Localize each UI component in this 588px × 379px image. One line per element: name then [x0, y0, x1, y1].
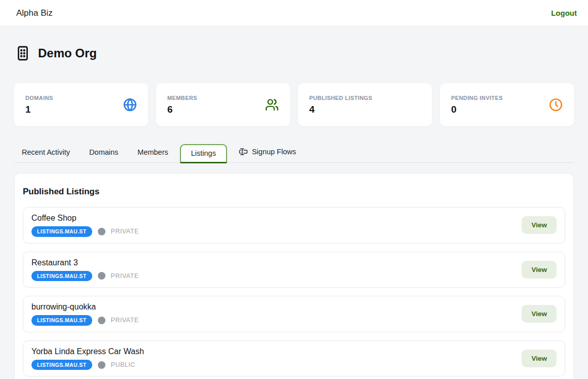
tab-recent-activity[interactable]: Recent Activity [14, 143, 78, 162]
listing-row: Restaurant 3 LISTINGS.MAU.ST PRIVATE Vie… [23, 252, 565, 288]
status-dot-icon [98, 361, 105, 369]
org-heading: Demo Org [14, 45, 574, 62]
users-icon [265, 98, 279, 112]
stat-label: DOMAINS [25, 95, 53, 101]
building-icon [14, 45, 31, 62]
listing-row: Yorba Linda Express Car Wash LISTINGS.MA… [23, 340, 565, 377]
tab-listings[interactable]: Listings [180, 144, 227, 163]
text-cursor-input-icon [239, 147, 248, 156]
stat-card-pending-invites: PENDING INVITES 0 [440, 83, 574, 126]
listing-title: Restaurant 3 [31, 258, 139, 267]
listing-title: Yorba Linda Express Car Wash [31, 347, 144, 356]
stat-value: 4 [309, 104, 373, 115]
status-badge: PRIVATE [111, 317, 139, 324]
view-button[interactable]: View [522, 305, 557, 323]
view-button[interactable]: View [522, 350, 557, 367]
view-button[interactable]: View [522, 216, 557, 234]
listing-row: burrowing-quokka LISTINGS.MAU.ST PRIVATE… [23, 296, 565, 332]
status-dot-icon [98, 317, 105, 324]
tab-domains[interactable]: Domains [82, 143, 126, 162]
status-dot-icon [98, 228, 105, 235]
listing-title: burrowing-quokka [31, 302, 139, 312]
stat-value: 0 [451, 104, 503, 115]
app-title: Alpha Biz [16, 8, 53, 18]
status-badge: PUBLIC [111, 361, 135, 368]
stat-card-domains: DOMAINS 1 [14, 83, 148, 126]
stat-value: 1 [25, 104, 53, 115]
logout-button[interactable]: Logout [551, 9, 577, 17]
tab-signup-flows[interactable]: Signup Flows [231, 142, 304, 162]
page-content: Demo Org DOMAINS 1 MEMBERS 6 [0, 45, 588, 379]
top-bar: Alpha Biz Logout [0, 0, 588, 26]
listing-title: Coffee Shop [31, 214, 139, 223]
stat-label: PENDING INVITES [451, 95, 503, 101]
listing-row: Coffee Shop LISTINGS.MAU.ST PRIVATE View [23, 207, 565, 244]
stat-label: PUBLISHED LISTINGS [309, 95, 373, 101]
tab-label: Signup Flows [252, 148, 296, 156]
tab-bar: Recent Activity Domains Members Listings… [14, 142, 574, 163]
published-listings-panel: Published Listings Coffee Shop LISTINGS.… [14, 173, 574, 379]
status-badge: PRIVATE [111, 228, 139, 235]
stats-row: DOMAINS 1 MEMBERS 6 [14, 83, 574, 126]
domain-badge: LISTINGS.MAU.ST [31, 271, 92, 282]
page-title: Demo Org [38, 46, 97, 60]
domain-badge: LISTINGS.MAU.ST [31, 315, 92, 326]
globe-icon [123, 98, 137, 112]
stat-card-members: MEMBERS 6 [156, 83, 290, 126]
tab-members[interactable]: Members [130, 143, 175, 162]
stat-value: 6 [167, 104, 197, 115]
domain-badge: LISTINGS.MAU.ST [31, 360, 92, 370]
stat-card-published-listings: PUBLISHED LISTINGS 4 [298, 83, 432, 126]
stat-label: MEMBERS [167, 95, 197, 101]
view-button[interactable]: View [522, 261, 557, 279]
domain-badge: LISTINGS.MAU.ST [31, 226, 92, 237]
panel-heading: Published Listings [23, 187, 565, 197]
status-dot-icon [98, 272, 105, 280]
status-badge: PRIVATE [111, 272, 139, 280]
clock-icon [549, 98, 563, 112]
